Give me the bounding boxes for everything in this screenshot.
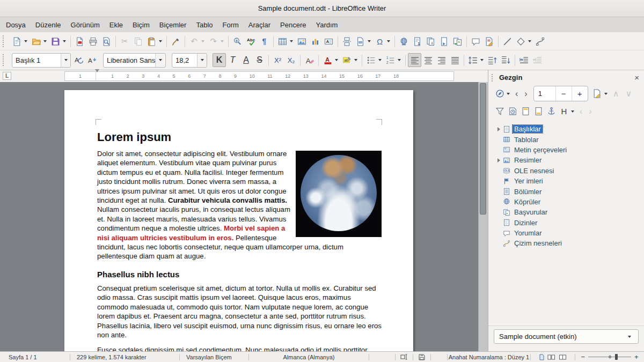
save-dropdown[interactable] xyxy=(63,40,66,42)
zoom-slider[interactable] xyxy=(588,357,631,357)
menu-item-ekle[interactable]: Ekle xyxy=(105,18,128,32)
heading-levels-dropdown[interactable] xyxy=(571,110,574,113)
font-size-combo[interactable]: 18,2 xyxy=(172,53,207,68)
status-save-indicator[interactable] xyxy=(413,352,430,362)
drag-mode-dropdown[interactable] xyxy=(604,93,608,95)
menu-item-tablo[interactable]: Tablo xyxy=(191,18,217,32)
tree-item-label[interactable]: Bölümler xyxy=(513,188,543,196)
next-page-button[interactable]: › xyxy=(521,89,530,99)
menu-item-yardim[interactable]: Yardım xyxy=(311,18,342,32)
hyperlink-button[interactable] xyxy=(397,34,411,48)
menu-item-gorunum[interactable]: Görünüm xyxy=(66,18,105,32)
menu-item-form[interactable]: Form xyxy=(218,18,244,32)
menu-item-duzenle[interactable]: Düzenle xyxy=(31,18,66,32)
subscript-button[interactable]: X₂ xyxy=(284,53,298,67)
status-language[interactable]: Almanca (Almanya) xyxy=(249,352,369,362)
new-document-button[interactable] xyxy=(10,34,24,48)
paragraph-style-dropdown[interactable] xyxy=(61,54,70,67)
tree-item-hyperlinks[interactable]: Köprüler xyxy=(495,197,644,207)
book-view-button[interactable] xyxy=(559,354,567,360)
document-paragraph-1[interactable]: Dolor sit amet, consectetur adipiscing e… xyxy=(97,149,382,261)
insert-table-dropdown[interactable] xyxy=(290,40,293,42)
open-button[interactable] xyxy=(30,34,43,48)
curves-polygons-button[interactable] xyxy=(533,34,547,48)
tree-item-label[interactable]: Başvurular xyxy=(513,208,549,216)
track-changes-button[interactable] xyxy=(482,34,496,48)
tree-item-references[interactable]: Başvurular xyxy=(495,207,644,217)
insert-textbox-button[interactable]: A xyxy=(322,34,335,48)
anchor-text-button[interactable] xyxy=(545,105,558,119)
document-body[interactable]: Lorem ipsum Dolor sit amet, consectetur … xyxy=(97,130,382,351)
strikethrough-button[interactable]: S xyxy=(253,53,266,67)
earth-image[interactable] xyxy=(296,151,382,237)
tree-item-ole-objects[interactable]: OLE OLE nesnesi xyxy=(495,166,644,176)
toolbar-grip[interactable] xyxy=(3,35,8,47)
italic-button[interactable]: T xyxy=(226,53,239,67)
align-center-button[interactable] xyxy=(421,53,435,67)
clone-formatting-button[interactable] xyxy=(169,34,182,48)
document-paragraph-3[interactable]: Fusce sodales dignissim mi sed condiment… xyxy=(97,345,382,351)
menu-item-bicemler[interactable]: Biçemler xyxy=(155,18,192,32)
heading-levels-button[interactable]: H xyxy=(558,105,570,119)
new-document-dropdown[interactable] xyxy=(24,40,27,42)
paste-button[interactable] xyxy=(145,34,158,48)
navigate-by-button[interactable] xyxy=(493,87,506,101)
tree-item-headings[interactable]: Başlıklar xyxy=(495,124,644,134)
expand-arrow-icon[interactable] xyxy=(495,158,502,162)
spelling-button[interactable]: Abc xyxy=(244,34,258,48)
header-button[interactable] xyxy=(519,105,532,119)
footer-button[interactable] xyxy=(532,105,545,119)
highlight-color-dropdown[interactable] xyxy=(354,59,357,61)
document-heading-phasellus[interactable]: Phasellus nibh lectus xyxy=(97,269,382,279)
cross-reference-button[interactable]: + xyxy=(451,34,464,48)
numbered-list-button[interactable]: 12 xyxy=(384,53,397,67)
tree-item-images[interactable]: Resimler xyxy=(495,155,644,165)
numbered-list-dropdown[interactable] xyxy=(398,59,401,61)
paste-dropdown[interactable] xyxy=(159,40,162,42)
page-number-spinner[interactable]: 1 − + xyxy=(533,86,588,101)
menu-item-araclar[interactable]: Araçlar xyxy=(244,18,275,32)
zoom-slider-handle[interactable] xyxy=(615,354,618,360)
page-decrement-button[interactable]: − xyxy=(555,86,572,101)
close-icon[interactable]: × xyxy=(634,73,639,82)
status-page-count[interactable]: Sayfa 1 / 1 xyxy=(0,352,70,362)
page-increment-button[interactable]: + xyxy=(572,86,588,101)
tree-item-label[interactable]: Yorumlar xyxy=(513,229,544,237)
multi-page-view-button[interactable] xyxy=(547,354,555,360)
insert-field-dropdown[interactable] xyxy=(368,40,371,42)
insert-line-button[interactable] xyxy=(501,34,514,48)
tree-item-label[interactable]: Çizim nesneleri xyxy=(513,239,564,247)
status-page-style[interactable]: Varsayılan Biçem xyxy=(180,352,248,362)
status-outline-level[interactable]: Anahat Numaralama : Düzey 1 xyxy=(448,352,530,362)
superscript-button[interactable]: X² xyxy=(271,53,284,67)
insert-comment-button[interactable] xyxy=(469,34,482,48)
document-canvas[interactable]: Lorem ipsum Dolor sit amet, consectetur … xyxy=(0,82,478,351)
zoom-in-button[interactable]: + xyxy=(634,353,639,361)
new-style-button[interactable]: A+ xyxy=(86,53,99,67)
increase-indent-button[interactable] xyxy=(517,53,531,67)
tab-stop-selector[interactable]: L xyxy=(3,72,11,80)
zoom-out-button[interactable]: − xyxy=(581,353,585,361)
content-view-button[interactable] xyxy=(493,105,506,119)
document-paragraph-2[interactable]: Consequat pretium scelerisque sit amet, … xyxy=(97,284,382,339)
tree-item-label[interactable]: Başlıklar xyxy=(513,125,543,133)
line-spacing-dropdown[interactable] xyxy=(480,59,484,61)
print-button[interactable] xyxy=(86,34,100,48)
tree-item-label[interactable]: Metin çerçeveleri xyxy=(513,146,568,154)
endnote-button[interactable]: i xyxy=(424,34,437,48)
tree-item-label[interactable]: Köprüler xyxy=(513,198,542,206)
font-color-dropdown[interactable] xyxy=(335,59,338,61)
special-character-dropdown[interactable] xyxy=(387,40,390,42)
print-preview-button[interactable] xyxy=(100,34,113,48)
document-selector-dropdown[interactable]: Sample document (etkin) xyxy=(494,329,639,344)
vertical-scrollbar-handle[interactable] xyxy=(480,83,486,215)
export-pdf-button[interactable] xyxy=(73,34,86,48)
font-name-combo[interactable]: Liberation Sans xyxy=(103,53,166,68)
document-page[interactable]: Lorem ipsum Dolor sit amet, consectetur … xyxy=(64,90,413,351)
tree-item-drawing-objects[interactable]: Çizim nesneleri xyxy=(495,238,644,248)
bullet-list-dropdown[interactable] xyxy=(378,59,382,61)
set-reminder-button[interactable] xyxy=(506,105,519,119)
underline-button[interactable]: A xyxy=(239,53,253,67)
bold-button[interactable]: K xyxy=(213,53,226,67)
expand-arrow-icon[interactable] xyxy=(495,127,502,131)
